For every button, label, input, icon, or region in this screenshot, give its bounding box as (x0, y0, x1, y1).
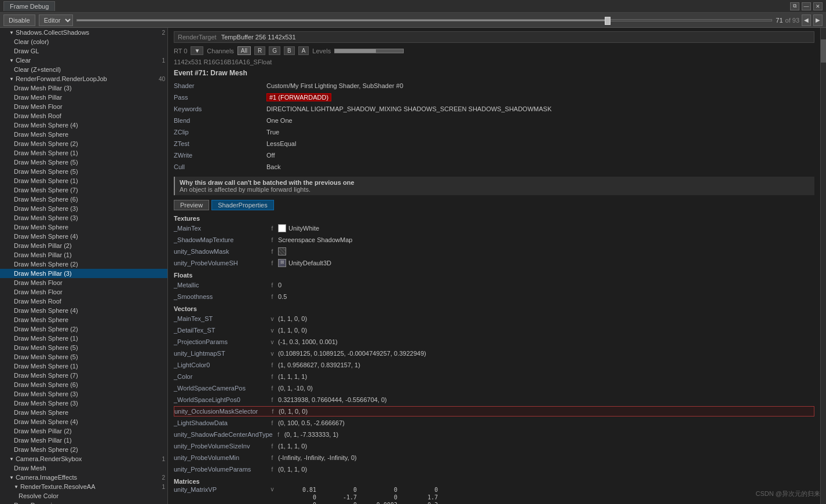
list-item-draw-mesh[interactable]: Draw Mesh (0, 463, 167, 473)
list-item-37[interactable]: Draw Mesh Sphere (4) (0, 417, 167, 426)
tree-item-camera-imageeffects[interactable]: ▼Camera.ImageEffects 2 (0, 473, 167, 482)
zwrite-label: ZWrite (174, 152, 266, 159)
list-item-27[interactable]: Draw Mesh Sphere (2) (0, 324, 167, 334)
list-item-18[interactable]: Draw Mesh Pillar (2) (0, 241, 167, 250)
zclip-row: ZClip True (174, 127, 814, 137)
list-item-28[interactable]: Draw Mesh Sphere (1) (0, 334, 167, 343)
list-item-25[interactable]: Draw Mesh Sphere (4) (0, 306, 167, 315)
tree-item-draw-gl[interactable]: Draw GL (0, 46, 167, 56)
channel-b-btn[interactable]: B (284, 46, 295, 55)
floats-section-header: Floats (174, 272, 814, 279)
main-content: ▼Shadows.CollectShadows 2 Clear (color) … (0, 28, 826, 504)
list-item-19[interactable]: Draw Mesh Pillar (1) (0, 250, 167, 260)
minimize-button[interactable]: — (802, 2, 811, 10)
blend-value: One One (266, 117, 293, 124)
list-item-15[interactable]: Draw Mesh Sphere (3) (0, 213, 167, 222)
list-item-1[interactable]: Draw Mesh Pillar (3) (0, 83, 167, 93)
tree-item-camera-skybox[interactable]: ▼Camera.RenderSkybox 1 (0, 454, 167, 463)
ztest-value: LessEqual (266, 140, 296, 147)
list-item-2[interactable]: Draw Mesh Pillar (0, 93, 167, 102)
tree-item-clear[interactable]: ▼Clear 1 (0, 56, 167, 65)
disable-button[interactable]: Disable (3, 14, 35, 26)
channel-g-btn[interactable]: G (269, 46, 280, 55)
list-item-29[interactable]: Draw Mesh Sphere (5) (0, 343, 167, 352)
textures-section-header: Textures (174, 215, 814, 222)
list-item-17[interactable]: Draw Mesh Sphere (4) (0, 232, 167, 241)
zclip-label: ZClip (174, 129, 266, 136)
scrollbar-thumb[interactable] (821, 39, 826, 63)
channel-r-btn[interactable]: R (254, 46, 265, 55)
list-item-34[interactable]: Draw Mesh Sphere (3) (0, 389, 167, 399)
tree-item-clear-z[interactable]: Clear (Z+stencil) (0, 65, 167, 74)
list-item-16[interactable]: Draw Mesh Sphere (0, 222, 167, 232)
title-controls: ⧉ — ✕ (790, 2, 823, 10)
matrix-vp-row: unity_MatrixVP v 0.81000 0-1.701.7 00-0.… (174, 486, 814, 504)
list-item-30[interactable]: Draw Mesh Sphere (5) (0, 352, 167, 361)
list-item-14[interactable]: Draw Mesh Sphere (3) (0, 204, 167, 213)
list-item-11[interactable]: Draw Mesh Sphere (1) (0, 176, 167, 185)
matrixvp-data: 0.81000 0-1.701.7 00-0.00030.3 00110 (278, 486, 440, 504)
tab-shader-properties[interactable]: ShaderProperties (211, 200, 274, 210)
list-item-selected[interactable]: Draw Mesh Pillar (3) (0, 269, 167, 278)
list-item-8[interactable]: Draw Mesh Sphere (1) (0, 148, 167, 158)
tree-item-rendertexture[interactable]: ▼RenderTexture.ResolveAA 1 (0, 482, 167, 491)
watermark: CSDN @异次元的归来 (756, 490, 820, 498)
right-scrollbar[interactable] (820, 28, 826, 504)
next-button[interactable]: ▶ (813, 14, 823, 26)
title-tab[interactable]: Frame Debug (3, 1, 55, 11)
list-item-3[interactable]: Draw Mesh Floor (0, 102, 167, 111)
list-item-35[interactable]: Draw Mesh Sphere (3) (0, 399, 167, 408)
float-button[interactable]: ⧉ (790, 2, 799, 10)
vec-worldspacelightpos0: _WorldSpaceLightPos0 f 0.3213938, 0.7660… (174, 395, 814, 405)
list-item-10[interactable]: Draw Mesh Sphere (5) (0, 167, 167, 176)
list-item-5[interactable]: Draw Mesh Sphere (4) (0, 120, 167, 130)
list-item-12[interactable]: Draw Mesh Sphere (7) (0, 185, 167, 195)
levels-track[interactable] (334, 49, 404, 53)
tab-preview[interactable]: Preview (174, 200, 209, 210)
vec-maintex-st: _MainTex_ST v (1, 1, 0, 0) (174, 313, 814, 324)
channel-all-btn[interactable]: All (237, 46, 251, 55)
batch-title: Why this draw call can't be batched with… (180, 179, 810, 186)
list-item-33[interactable]: Draw Mesh Sphere (6) (0, 380, 167, 389)
list-item-31[interactable]: Draw Mesh Sphere (1) (0, 361, 167, 371)
maintex-value: UnityWhite (288, 225, 319, 232)
maintex-swatch (278, 224, 286, 232)
list-item-23[interactable]: Draw Mesh Floor (0, 287, 167, 297)
list-item-24[interactable]: Draw Mesh Roof (0, 297, 167, 306)
channel-down-btn[interactable]: ▼ (191, 46, 203, 55)
list-item-26[interactable]: Draw Mesh Sphere (0, 315, 167, 324)
list-item-36[interactable]: Draw Mesh Sphere (0, 408, 167, 417)
prev-button[interactable]: ◀ (802, 14, 811, 26)
list-item-9[interactable]: Draw Mesh Sphere (5) (0, 158, 167, 167)
list-item-draw-dynamic[interactable]: Draw Dynamic (0, 501, 167, 504)
float-metallic: _Metallic f 0 (174, 280, 814, 290)
ztest-row: ZTest LessEqual (174, 138, 814, 149)
tree-item-shadows[interactable]: ▼Shadows.CollectShadows 2 (0, 28, 167, 37)
shader-row: Shader Custom/My First Lighting Shader, … (174, 81, 814, 91)
matrixvp-label: unity_MatrixVP (174, 486, 266, 493)
list-item-7[interactable]: Draw Mesh Sphere (2) (0, 139, 167, 148)
texture-maintex: _MainTex f UnityWhite (174, 223, 814, 233)
close-button[interactable]: ✕ (813, 2, 823, 10)
list-item-22[interactable]: Draw Mesh Floor (0, 278, 167, 287)
list-item-6[interactable]: Draw Mesh Sphere (0, 130, 167, 139)
list-item-39[interactable]: Draw Mesh Pillar (1) (0, 436, 167, 445)
vec-occlusionmask: unity_OcclusionMaskSelector f (0, 1, 0, … (174, 406, 814, 417)
cull-label: Cull (174, 163, 266, 170)
vec-color: _Color f (1, 1, 1, 1) (174, 371, 814, 382)
editor-select[interactable]: Editor (39, 14, 73, 26)
list-item-32[interactable]: Draw Mesh Sphere (7) (0, 371, 167, 380)
list-item-20[interactable]: Draw Mesh Sphere (2) (0, 260, 167, 269)
texture-shadowmask: unity_ShadowMask f (174, 246, 814, 257)
list-item-resolve-color[interactable]: Resolve Color (0, 491, 167, 501)
channel-a-btn[interactable]: A (298, 46, 309, 55)
list-item-13[interactable]: Draw Mesh Sphere (6) (0, 195, 167, 204)
texture-shadowmap: _ShadowMapTexture f Screenspace ShadowMa… (174, 235, 814, 245)
tree-item-clear-color[interactable]: Clear (color) (0, 37, 167, 46)
list-item-38[interactable]: Draw Mesh Pillar (2) (0, 426, 167, 436)
tree-item-renderforward[interactable]: ▼RenderForward.RenderLoopJob 40 (0, 74, 167, 83)
list-item-40[interactable]: Draw Mesh Sphere (2) (0, 445, 167, 454)
toolbar: Disable Editor 71 of 93 ◀ ▶ (0, 13, 826, 28)
vec-lightcolor0: _LightColor0 f (1, 0.9568627, 0.8392157,… (174, 360, 814, 370)
list-item-4[interactable]: Draw Mesh Roof (0, 111, 167, 120)
